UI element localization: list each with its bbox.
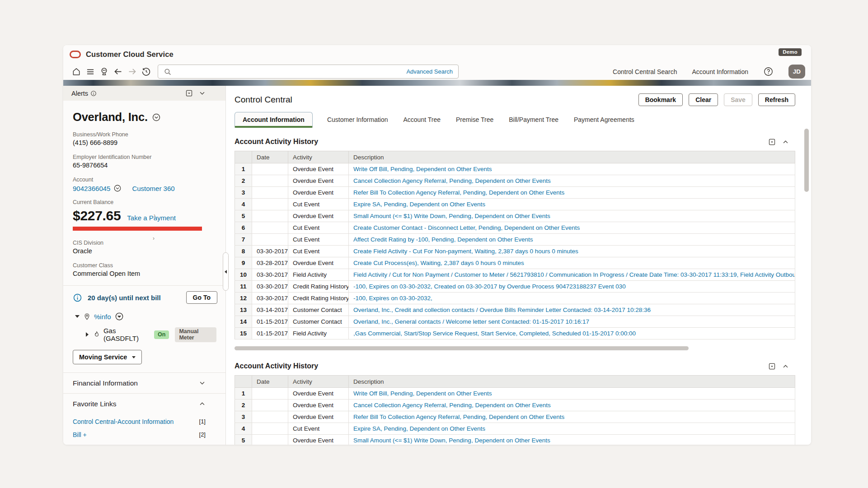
chevron-circle-icon[interactable]: [115, 312, 124, 321]
cell-activity: Overdue Event: [288, 210, 349, 222]
global-search: Advanced Search: [158, 65, 459, 79]
description-link[interactable]: Refer Bill To Collection Agency Referral…: [353, 414, 564, 420]
person-badge-icon[interactable]: [97, 65, 111, 78]
actions-menu-icon[interactable]: [768, 363, 776, 370]
save-button[interactable]: Save: [724, 93, 752, 106]
row-number: 1: [235, 388, 252, 400]
description-link[interactable]: Create Customer Contact - Disconnect Let…: [353, 224, 580, 231]
description-link[interactable]: -100, Expires on 03-30-2032, Created on …: [353, 283, 626, 290]
go-to-button[interactable]: Go To: [186, 291, 217, 304]
cell-description: -100, Expires on 03-30-2032,: [349, 293, 795, 304]
tab-account-information[interactable]: Account Information: [235, 112, 313, 128]
sidebar-collapse-handle[interactable]: [223, 252, 229, 291]
row-number: 1: [235, 163, 252, 175]
favorite-link-index: [3]: [199, 444, 206, 445]
cell-date: [252, 210, 288, 222]
description-link[interactable]: Cancel Collection Agency Referral, Pendi…: [353, 177, 551, 184]
description-link[interactable]: Refer Bill To Collection Agency Referral…: [353, 189, 564, 196]
description-link[interactable]: Expire SA, Pending, Dependent on Other E…: [353, 425, 485, 432]
history-icon[interactable]: [139, 65, 153, 78]
avatar[interactable]: JD: [788, 65, 805, 79]
favorite-link[interactable]: Control Central-Account Information: [73, 418, 174, 425]
chevron-up-icon[interactable]: [782, 139, 789, 145]
cell-description: Affect Credit Rating by -100, Pending, D…: [349, 234, 795, 246]
premise-link[interactable]: %info: [94, 313, 111, 321]
phone-value: (415) 666-8899: [73, 139, 216, 146]
description-link[interactable]: Small Amount (<= $1) Write Down, Pending…: [353, 437, 550, 444]
service-label[interactable]: Gas (GASDFLT): [103, 327, 149, 342]
column-header: Activity: [288, 376, 349, 388]
refresh-button[interactable]: Refresh: [758, 93, 795, 106]
cell-date: 03-28-2017: [252, 257, 288, 269]
nav-account-information[interactable]: Account Information: [692, 68, 748, 75]
help-icon[interactable]: [763, 66, 774, 77]
chevron-circle-icon[interactable]: [113, 184, 122, 192]
tree-expand-icon[interactable]: [74, 315, 80, 318]
favorite-link[interactable]: Start/Stop: [73, 444, 101, 445]
actions-menu-icon[interactable]: [185, 89, 193, 97]
row-number: 4: [235, 423, 252, 435]
chevron-circle-icon[interactable]: [152, 113, 161, 122]
description-link[interactable]: Write Off Bill, Pending, Dependent on Ot…: [353, 166, 492, 172]
forward-arrow-icon[interactable]: [125, 65, 139, 78]
info-icon[interactable]: [90, 90, 97, 97]
cell-description: Create Customer Contact - Disconnect Let…: [349, 222, 795, 234]
cell-date: [252, 435, 288, 445]
chevron-down-icon[interactable]: [199, 90, 206, 97]
vertical-scrollbar[interactable]: [804, 129, 809, 192]
sidebar: Alerts Overland, In: [63, 86, 226, 445]
account-number-link[interactable]: 9042366045: [73, 185, 110, 192]
premise-row: %info: [74, 312, 216, 321]
nav-control-central-search[interactable]: Control Central Search: [613, 68, 677, 75]
description-link[interactable]: Create Cut Process(es), Waiting, 2,387 d…: [353, 260, 524, 266]
bookmark-button[interactable]: Bookmark: [638, 93, 683, 106]
banner-image: [63, 80, 811, 86]
favorite-link[interactable]: Bill +: [73, 431, 87, 438]
advanced-search-link[interactable]: Advanced Search: [406, 68, 453, 75]
favorite-links-section[interactable]: Favorite Links: [63, 394, 225, 414]
customer-360-link[interactable]: Customer 360: [132, 185, 174, 192]
description-link[interactable]: Field Activity / Cut for Non Payment / C…: [353, 271, 795, 278]
chevron-up-icon[interactable]: [782, 363, 789, 370]
financial-information-section[interactable]: Financial Information: [63, 373, 225, 393]
tab-account-tree[interactable]: Account Tree: [403, 112, 442, 128]
horizontal-scrollbar[interactable]: [235, 346, 689, 350]
chevron-up-icon[interactable]: [199, 400, 206, 407]
search-input[interactable]: [175, 68, 403, 75]
tree-expand-icon[interactable]: [84, 332, 90, 337]
tab-bill-payment-tree[interactable]: Bill/Payment Tree: [508, 112, 559, 128]
description-link[interactable]: ,Gas Commercial, Start/Stop Service Requ…: [353, 330, 636, 337]
description-link[interactable]: -100, Expires on 03-30-2032,: [353, 295, 432, 302]
clear-button[interactable]: Clear: [689, 93, 718, 106]
table-row: 803-30-2017Cut EventCreate Field Activit…: [235, 246, 795, 257]
description-link[interactable]: Overland, Inc., Credit and collection co…: [353, 307, 651, 313]
tab-premise-tree[interactable]: Premise Tree: [455, 112, 494, 128]
table-row: 4Cut EventExpire SA, Pending, Dependent …: [235, 199, 795, 210]
tab-payment-agreements[interactable]: Payment Agreements: [573, 112, 635, 128]
table-row: 5Overdue EventSmall Amount (<= $1) Write…: [235, 210, 795, 222]
collapse-left-icon: [225, 270, 227, 274]
description-link[interactable]: Cancel Collection Agency Referral, Pendi…: [353, 402, 551, 409]
status-badge: On: [154, 330, 169, 339]
tab-customer-information[interactable]: Customer Information: [326, 112, 389, 128]
cell-description: Write Off Bill, Pending, Dependent on Ot…: [349, 388, 795, 400]
menu-icon[interactable]: [83, 65, 97, 78]
next-bill-text: 20 day(s) until next bill: [88, 294, 161, 302]
cell-date: 03-14-2017: [252, 304, 288, 316]
description-link[interactable]: Create Field Activity - Cut For Non-paym…: [353, 248, 578, 255]
cell-activity: Credit Rating History: [288, 281, 349, 293]
description-link[interactable]: Overland, Inc., General contacts / Welco…: [353, 318, 589, 325]
description-link[interactable]: Write Off Bill, Pending, Dependent on Ot…: [353, 390, 492, 397]
chevron-down-icon[interactable]: [199, 380, 206, 386]
row-number: 8: [235, 246, 252, 257]
description-link[interactable]: Small Amount (<= $1) Write Down, Pending…: [353, 213, 550, 219]
take-a-payment-link[interactable]: Take a Payment: [127, 214, 176, 222]
cell-date: [252, 222, 288, 234]
home-icon[interactable]: [69, 65, 83, 78]
description-link[interactable]: Expire SA, Pending, Dependent on Other E…: [353, 201, 485, 208]
actions-menu-icon[interactable]: [768, 138, 776, 146]
back-arrow-icon[interactable]: [111, 65, 125, 78]
account-activity-history-section-2: Account Activity History DateActi: [235, 362, 795, 445]
moving-service-button[interactable]: Moving Service: [73, 350, 142, 364]
description-link[interactable]: Affect Credit Rating by -100, Pending, D…: [353, 236, 533, 243]
